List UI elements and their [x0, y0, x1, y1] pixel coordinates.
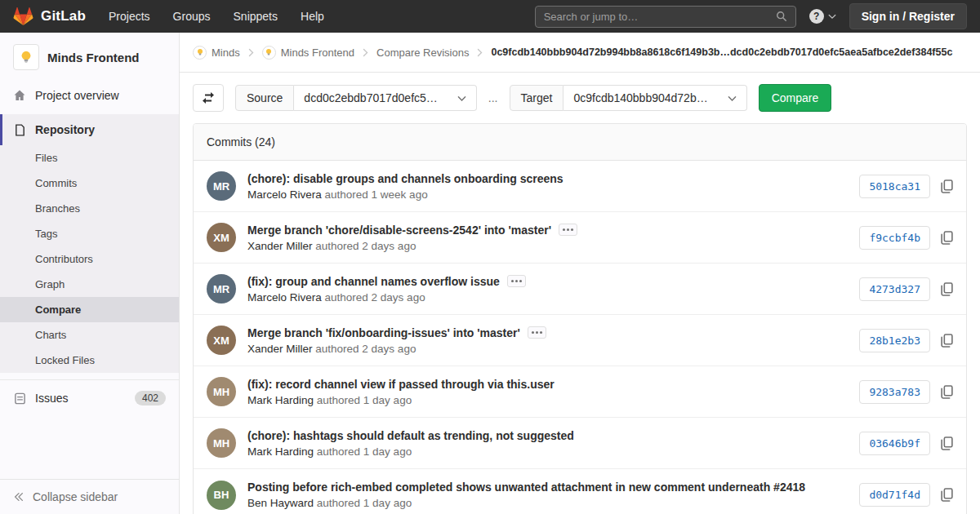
- nav-help[interactable]: Help: [301, 10, 324, 23]
- top-navbar: GitLab Projects Groups Snippets Help Sig…: [0, 0, 980, 33]
- sidebar-item-issues[interactable]: Issues 402: [0, 379, 179, 416]
- gitlab-tanuki-icon: [13, 7, 33, 26]
- commits-panel: Commits (24) MR (chore): disable groups …: [193, 123, 967, 514]
- commit-sha-link[interactable]: 4273d327: [859, 277, 930, 301]
- search-icon: [776, 11, 787, 22]
- commit-sha-link[interactable]: d0d71f4d: [859, 483, 930, 507]
- sidebar-item-commits[interactable]: Commits: [0, 171, 179, 196]
- commits-panel-header: Commits (24): [194, 124, 966, 161]
- target-group: Target 0c9fcdb140bbb904d72b…: [510, 85, 747, 111]
- chevron-right-icon: [476, 47, 483, 58]
- breadcrumb-group[interactable]: Minds: [193, 46, 240, 60]
- author-avatar: MH: [207, 428, 236, 458]
- commit-sha-link[interactable]: f9ccbf4b: [859, 226, 930, 250]
- source-label: Source: [235, 85, 294, 111]
- sidebar-item-graph[interactable]: Graph: [0, 272, 179, 297]
- nav-groups[interactable]: Groups: [173, 10, 211, 23]
- sidebar-item-compare[interactable]: Compare: [0, 297, 179, 322]
- search-input[interactable]: [544, 11, 776, 23]
- gitlab-wordmark: GitLab: [41, 8, 86, 24]
- nav-snippets[interactable]: Snippets: [234, 10, 278, 23]
- commit-row: MR (chore): disable groups and channels …: [194, 161, 966, 212]
- commit-author-link[interactable]: Xander Miller: [247, 240, 313, 252]
- commit-title-link[interactable]: (fix): group and channel names overflow …: [247, 275, 500, 288]
- target-revision-value: 0c9fcdb140bbb904d72b…: [573, 91, 707, 104]
- commit-row: XM Merge branch 'fix/onboarding-issues' …: [194, 315, 966, 366]
- commit-author-link[interactable]: Mark Harding: [247, 394, 314, 406]
- commit-author-link[interactable]: Marcelo Rivera: [247, 291, 322, 304]
- source-group: Source dcd0c2ebdb7017d0efc5…: [235, 85, 477, 111]
- sidebar-item-tags[interactable]: Tags: [0, 221, 179, 246]
- commit-authored-time: authored 1 day ago: [317, 394, 412, 406]
- commit-title-link[interactable]: (chore): hashtags should default as tren…: [247, 429, 574, 442]
- copy-sha-button[interactable]: [941, 231, 953, 245]
- commit-row: MH (fix): record channel view if passed …: [194, 366, 966, 418]
- repository-icon: [13, 124, 26, 136]
- commit-title-link[interactable]: Posting before rich-embed completed show…: [247, 481, 805, 494]
- help-menu[interactable]: [809, 9, 836, 24]
- sidebar-item-locked-files[interactable]: Locked Files: [0, 348, 179, 373]
- issues-count-badge: 402: [135, 391, 166, 405]
- copy-sha-button[interactable]: [941, 488, 953, 502]
- compare-form: Source dcd0c2ebdb7017d0efc5… ... Target …: [193, 84, 967, 112]
- commit-title-link[interactable]: (chore): disable groups and channels onb…: [247, 172, 564, 185]
- toggle-description-button[interactable]: [559, 224, 577, 236]
- commit-row: MH (chore): hashtags should default as t…: [194, 418, 966, 469]
- sidebar-item-charts[interactable]: Charts: [0, 322, 179, 348]
- toggle-description-button[interactable]: [507, 275, 526, 287]
- nav-projects[interactable]: Projects: [109, 10, 150, 23]
- compare-button[interactable]: Compare: [759, 84, 832, 112]
- breadcrumb-project[interactable]: Minds Frontend: [262, 46, 354, 60]
- sidebar-item-files[interactable]: Files: [0, 145, 179, 171]
- breadcrumb-group-label: Minds: [212, 47, 240, 59]
- commit-author-link[interactable]: Mark Harding: [247, 445, 314, 458]
- sidebar-item-project-overview[interactable]: Project overview: [0, 80, 179, 111]
- commit-sha-link[interactable]: 28b1e2b3: [859, 329, 930, 352]
- commit-title-link[interactable]: Merge branch 'fix/onboarding-issues' int…: [247, 326, 520, 339]
- sidebar-item-label: Repository: [35, 123, 95, 136]
- target-revision-dropdown[interactable]: 0c9fcdb140bbb904d72b…: [564, 85, 746, 111]
- lightbulb-icon: [19, 50, 33, 64]
- breadcrumb-current-comparison: 0c9fcdb140bbb904d72b994bb8a8618c6f149b3b…: [491, 47, 952, 58]
- commit-row: XM Merge branch 'chore/disable-screens-2…: [194, 212, 966, 264]
- commit-sha-link[interactable]: 03646b9f: [859, 432, 930, 455]
- copy-sha-button[interactable]: [941, 282, 953, 296]
- chevron-down-icon: [828, 12, 836, 20]
- project-header[interactable]: Minds Frontend: [0, 33, 179, 80]
- copy-sha-button[interactable]: [941, 436, 953, 450]
- project-avatar: [13, 44, 39, 70]
- collapse-sidebar-button[interactable]: Collapse sidebar: [0, 479, 179, 514]
- sign-in-register-button[interactable]: Sign in / Register: [849, 3, 967, 29]
- target-label: Target: [510, 85, 564, 111]
- toggle-description-button[interactable]: [528, 326, 546, 339]
- copy-sha-button[interactable]: [941, 334, 953, 348]
- project-sidebar: Minds Frontend Project overview Reposito…: [0, 33, 180, 514]
- commit-sha-link[interactable]: 9283a783: [859, 380, 930, 404]
- breadcrumb-compare-revisions[interactable]: Compare Revisions: [376, 47, 469, 59]
- main-content: Minds Minds Frontend Compare Revisions 0…: [180, 33, 980, 514]
- commit-title-link[interactable]: (fix): record channel view if passed thr…: [247, 378, 555, 391]
- commit-author-link[interactable]: Xander Miller: [247, 343, 313, 355]
- commit-title-link[interactable]: Merge branch 'chore/disable-screens-2542…: [247, 224, 551, 237]
- range-separator: ...: [488, 91, 498, 104]
- swap-revisions-button[interactable]: [193, 84, 224, 112]
- breadcrumb: Minds Minds Frontend Compare Revisions 0…: [180, 33, 980, 73]
- author-avatar: MH: [207, 377, 236, 406]
- commit-authored-time: authored 1 week ago: [325, 188, 428, 201]
- commit-author-link[interactable]: Marcelo Rivera: [247, 188, 322, 201]
- commit-author-link[interactable]: Ben Hayward: [247, 497, 314, 509]
- copy-sha-button[interactable]: [941, 385, 953, 399]
- source-revision-dropdown[interactable]: dcd0c2ebdb7017d0efc5…: [294, 85, 476, 111]
- search-box: [535, 6, 796, 28]
- copy-sha-button[interactable]: [941, 179, 953, 193]
- author-avatar: BH: [207, 481, 236, 510]
- commit-authored-time: authored 1 day ago: [317, 497, 412, 509]
- sidebar-item-branches[interactable]: Branches: [0, 196, 179, 221]
- commit-row: BH Posting before rich-embed completed s…: [194, 469, 966, 514]
- commit-authored-time: authored 1 day ago: [317, 445, 412, 458]
- sidebar-item-repository[interactable]: Repository: [0, 114, 179, 145]
- gitlab-logo[interactable]: GitLab: [13, 7, 86, 26]
- commit-sha-link[interactable]: 5018ca31: [859, 175, 930, 198]
- sidebar-item-contributors[interactable]: Contributors: [0, 246, 179, 272]
- author-avatar: XM: [207, 223, 236, 252]
